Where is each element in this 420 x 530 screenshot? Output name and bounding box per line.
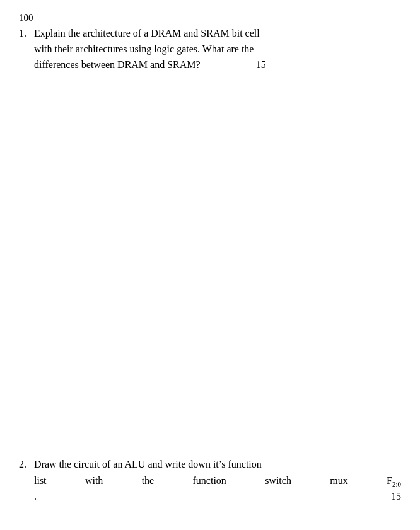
q1-marks: 15 bbox=[256, 59, 266, 70]
q2-word-list: list bbox=[34, 473, 47, 489]
question-2-line2: list with the function switch mux F2:0 bbox=[34, 473, 401, 489]
q2-marks: 15 bbox=[391, 488, 401, 505]
q2-word-function: function bbox=[193, 473, 226, 489]
question-1-text: Explain the architecture of a DRAM and S… bbox=[34, 26, 401, 72]
q2-line1-text: Draw the circuit of an ALU and write dow… bbox=[34, 459, 262, 470]
q2-dot-marks-row: . 15 bbox=[34, 488, 401, 505]
question-2-row2: list with the function switch mux F2:0 bbox=[19, 473, 401, 489]
q2-words-row: list with the function switch mux F2:0 bbox=[34, 473, 401, 489]
question-2-line3: . 15 bbox=[34, 488, 401, 505]
question-1-block: 1. Explain the architecture of a DRAM an… bbox=[19, 26, 401, 72]
q1-line3: differences between DRAM and SRAM? 15 bbox=[34, 59, 266, 70]
q2-word-the: the bbox=[142, 473, 155, 489]
page-number: 100 bbox=[19, 13, 401, 23]
q2-word-mux: mux bbox=[330, 473, 347, 489]
question-2-row1: 2. Draw the circuit of an ALU and write … bbox=[19, 456, 401, 473]
question-1-number: 1. bbox=[19, 26, 34, 42]
bottom-section: 2. Draw the circuit of an ALU and write … bbox=[19, 456, 401, 505]
q1-line2: with their architectures using logic gat… bbox=[34, 43, 254, 54]
q2-f-label: F2:0 bbox=[387, 473, 401, 489]
q2-dot: . bbox=[34, 488, 37, 505]
q2-word-switch: switch bbox=[265, 473, 291, 489]
question-2-line1: Draw the circuit of an ALU and write dow… bbox=[34, 456, 401, 473]
q1-line1: Explain the architecture of a DRAM and S… bbox=[34, 28, 260, 38]
question-1-line1: 1. Explain the architecture of a DRAM an… bbox=[19, 26, 401, 72]
q2-word-with: with bbox=[85, 473, 103, 489]
page: 100 1. Explain the architecture of a DRA… bbox=[0, 0, 420, 530]
q2-f-subscript: 2:0 bbox=[392, 480, 401, 488]
question-2-block: 2. Draw the circuit of an ALU and write … bbox=[19, 456, 401, 505]
question-2-row3: . 15 bbox=[19, 488, 401, 505]
question-2-number: 2. bbox=[19, 456, 34, 473]
